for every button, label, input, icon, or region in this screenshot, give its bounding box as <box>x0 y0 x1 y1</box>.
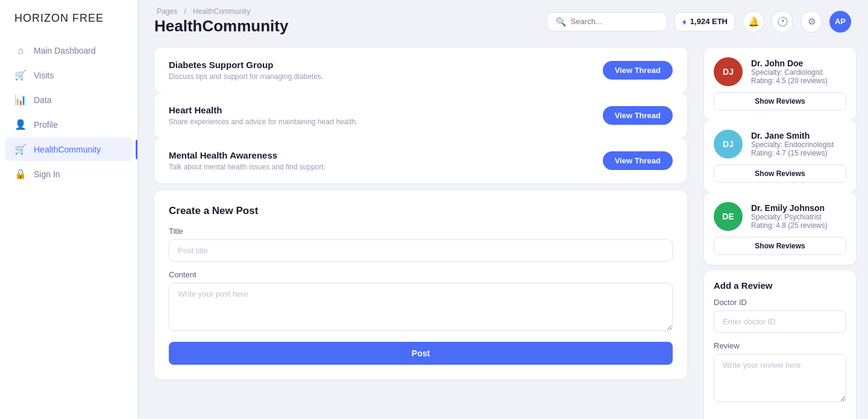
main-dashboard-icon: ⌂ <box>14 45 27 56</box>
health-community-icon: 🛒 <box>14 143 27 155</box>
sidebar-item-sign-in[interactable]: 🔒 Sign In <box>5 162 133 186</box>
sidebar-item-profile[interactable]: 👤 Profile <box>5 113 133 136</box>
title-label: Title <box>169 227 673 236</box>
view-thread-button[interactable]: View Thread <box>603 61 673 80</box>
threads-container: Diabetes Support Group Discuss tips and … <box>154 48 687 183</box>
eth-amount: 1,924 ETH <box>690 17 728 26</box>
view-thread-button[interactable]: View Thread <box>603 106 673 125</box>
sidebar: HORIZON FREE ⌂ Main Dashboard 🛒 Visits 📊… <box>0 0 137 419</box>
doctor-info-row: DJ Dr. Jane Smith Specialty: Endocrinolo… <box>714 130 846 159</box>
breadcrumb-current: HealthCommunity <box>193 7 250 16</box>
thread-title: Diabetes Support Group <box>169 60 323 70</box>
breadcrumb-sep: / <box>184 7 186 16</box>
add-review-title: Add a Review <box>714 280 846 291</box>
show-reviews-button[interactable]: Show Reviews <box>714 237 846 255</box>
doctor-info-row: DE Dr. Emily Johnson Specialty: Psychiat… <box>714 202 846 231</box>
topbar-left: Pages / HealthCommunity HealthCommunity <box>154 7 288 36</box>
notification-button[interactable]: 🔔 <box>743 11 764 33</box>
doctor-name: Dr. John Doe <box>751 58 828 68</box>
doctor-card: DJ Dr. Jane Smith Specialty: Endocrinolo… <box>704 120 856 192</box>
sidebar-label-sign-in: Sign In <box>34 169 60 179</box>
sidebar-label-visits: Visits <box>34 71 54 80</box>
doctor-specialty: Specialty: Psychiatrist <box>751 213 828 221</box>
doctor-avatar: DE <box>714 202 743 231</box>
search-box[interactable]: 🔍 <box>547 12 667 31</box>
eth-icon: ♦ <box>682 17 687 27</box>
right-panel: DJ Dr. John Doe Specialty: Cardiologist … <box>699 43 868 419</box>
logo-thin: FREE <box>69 12 104 24</box>
logo-bold: HORIZON <box>14 12 69 24</box>
topbar-right: 🔍 ♦ 1,924 ETH 🔔 🕐 ⚙ AP <box>547 11 851 33</box>
post-button[interactable]: Post <box>169 342 673 365</box>
thread-description: Talk about mental health issues and find… <box>169 163 326 171</box>
sidebar-item-health-community[interactable]: 🛒 HealthCommunity <box>5 137 133 161</box>
search-input[interactable] <box>571 17 658 26</box>
profile-icon: 👤 <box>14 119 27 130</box>
doctor-name: Dr. Jane Smith <box>751 131 834 140</box>
sidebar-nav: ⌂ Main Dashboard 🛒 Visits 📊 Data 👤 Profi… <box>0 39 137 186</box>
review-label: Review <box>714 341 846 350</box>
settings-button[interactable]: ⚙ <box>800 11 822 33</box>
sidebar-item-data[interactable]: 📊 Data <box>5 88 133 112</box>
thread-info: Diabetes Support Group Discuss tips and … <box>169 60 323 81</box>
review-textarea[interactable] <box>714 354 846 402</box>
clock-button[interactable]: 🕐 <box>772 11 793 33</box>
avatar[interactable]: AP <box>829 11 851 33</box>
thread-title: Mental Health Awareness <box>169 150 326 160</box>
thread-title: Heart Health <box>169 105 358 115</box>
breadcrumb: Pages / HealthCommunity <box>154 7 288 16</box>
thread-card: Diabetes Support Group Discuss tips and … <box>154 48 687 93</box>
sidebar-item-visits[interactable]: 🛒 Visits <box>5 63 133 87</box>
doctor-avatar: DJ <box>714 57 743 86</box>
create-post-title: Create a New Post <box>169 205 673 217</box>
eth-badge: ♦ 1,924 ETH <box>675 12 735 31</box>
post-content-textarea[interactable] <box>169 283 673 331</box>
doctor-rating: Rating: 4.5 (20 reviews) <box>751 77 828 85</box>
doctor-details: Dr. John Doe Specialty: Cardiologist Rat… <box>751 58 828 85</box>
doctor-avatar: DJ <box>714 130 743 159</box>
doctor-info-row: DJ Dr. John Doe Specialty: Cardiologist … <box>714 57 846 86</box>
breadcrumb-root: Pages <box>157 7 177 16</box>
thread-card: Mental Health Awareness Talk about menta… <box>154 138 687 183</box>
add-review-card: Add a Review Doctor ID Review Submit Rev… <box>704 271 856 419</box>
doctor-name: Dr. Emily Johnson <box>751 203 828 213</box>
sidebar-label-data: Data <box>34 95 52 105</box>
thread-description: Share experiences and advice for maintai… <box>169 118 358 126</box>
doctor-id-input[interactable] <box>714 310 846 333</box>
main-area: Pages / HealthCommunity HealthCommunity … <box>137 0 868 419</box>
show-reviews-button[interactable]: Show Reviews <box>714 165 846 183</box>
view-thread-button[interactable]: View Thread <box>603 151 673 170</box>
doctor-details: Dr. Jane Smith Specialty: Endocrinologis… <box>751 131 834 157</box>
doctor-rating: Rating: 4.8 (25 reviews) <box>751 221 828 230</box>
sidebar-label-health-community: HealthCommunity <box>34 145 101 154</box>
doctor-details: Dr. Emily Johnson Specialty: Psychiatris… <box>751 203 828 230</box>
doctor-specialty: Specialty: Cardiologist <box>751 68 828 77</box>
thread-info: Heart Health Share experiences and advic… <box>169 105 358 126</box>
sidebar-label-profile: Profile <box>34 120 58 130</box>
post-title-input[interactable] <box>169 239 673 262</box>
doctor-specialty: Specialty: Endocrinologist <box>751 140 834 149</box>
thread-card: Heart Health Share experiences and advic… <box>154 93 687 138</box>
sign-in-icon: 🔒 <box>14 168 27 180</box>
sidebar-label-main-dashboard: Main Dashboard <box>34 46 96 55</box>
data-icon: 📊 <box>14 94 27 106</box>
create-post-card: Create a New Post Title Content Post <box>154 191 687 379</box>
doctors-container: DJ Dr. John Doe Specialty: Cardiologist … <box>704 48 856 265</box>
doctor-rating: Rating: 4.7 (15 reviews) <box>751 149 834 157</box>
thread-info: Mental Health Awareness Talk about menta… <box>169 150 326 171</box>
content-area: Diabetes Support Group Discuss tips and … <box>137 43 868 419</box>
app-logo: HORIZON FREE <box>0 0 137 39</box>
doctor-id-label: Doctor ID <box>714 298 846 307</box>
sidebar-item-main-dashboard[interactable]: ⌂ Main Dashboard <box>5 39 133 62</box>
content-label: Content <box>169 270 673 279</box>
doctor-card: DJ Dr. John Doe Specialty: Cardiologist … <box>704 48 856 120</box>
thread-description: Discuss tips and support for managing di… <box>169 72 323 81</box>
doctor-card: DE Dr. Emily Johnson Specialty: Psychiat… <box>704 192 856 265</box>
visits-icon: 🛒 <box>14 69 27 81</box>
topbar: Pages / HealthCommunity HealthCommunity … <box>137 0 868 43</box>
show-reviews-button[interactable]: Show Reviews <box>714 92 846 110</box>
main-content: Diabetes Support Group Discuss tips and … <box>137 43 699 419</box>
search-icon: 🔍 <box>556 17 566 27</box>
page-title: HealthCommunity <box>154 17 288 36</box>
